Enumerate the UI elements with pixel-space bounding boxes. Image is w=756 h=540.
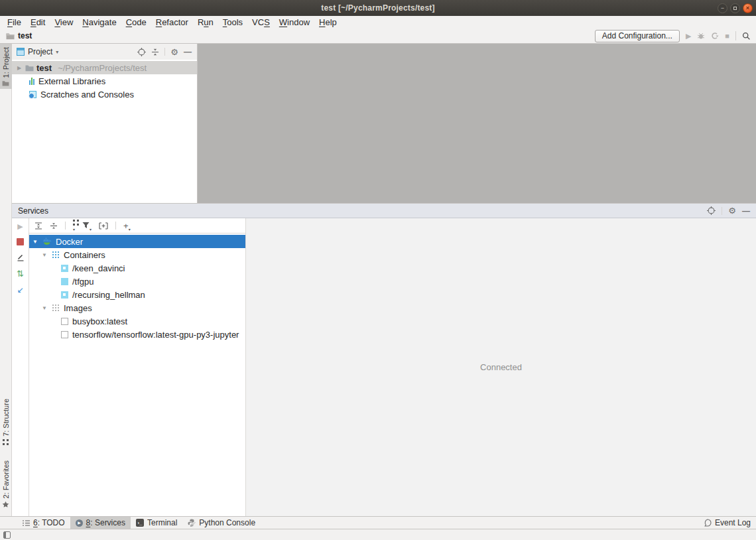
gear-icon[interactable]: ⚙ — [170, 48, 178, 56]
chevron-right-icon[interactable]: ▶ — [16, 65, 23, 71]
search-everywhere-icon[interactable] — [742, 32, 751, 40]
tool-button-favorites[interactable]: 2: Favorites — [0, 457, 12, 511]
filter-icon[interactable]: ▾ — [82, 220, 92, 232]
deploy-icon[interactable]: ⇅ — [17, 269, 24, 278]
close-button[interactable]: × — [743, 3, 753, 13]
chevron-down-icon[interactable]: ▼ — [41, 252, 48, 258]
tool-button-terminal[interactable]: ›_ Terminal — [131, 517, 182, 529]
external-libraries-node[interactable]: External Libraries — [12, 74, 197, 88]
tree-node-containers[interactable]: ▼ Containers — [29, 248, 245, 261]
menu-vcs[interactable]: VCS — [247, 17, 275, 27]
menu-tools[interactable]: Tools — [218, 17, 247, 27]
maximize-button[interactable] — [730, 3, 740, 13]
tree-node-image[interactable]: tensorflow/tensorflow:latest-gpu-py3-jup… — [29, 328, 245, 341]
add-configuration-button[interactable]: Add Configuration... — [595, 30, 680, 42]
tool-button-todo[interactable]: 6: TODO — [17, 517, 70, 529]
breadcrumb-project-name: test — [18, 31, 32, 40]
project-folder-icon — [25, 64, 34, 72]
docker-label: Docker — [56, 237, 83, 247]
main-area: 1: Project 7: Structure 2: Favorites — [0, 44, 756, 516]
services-icon: ▶ — [76, 519, 83, 527]
chevron-down-icon[interactable]: ▼ — [32, 239, 38, 245]
locate-file-icon[interactable] — [137, 48, 146, 56]
tool-button-python-console[interactable]: Python Console — [182, 517, 261, 529]
start-service-icon[interactable]: ▶ — [17, 223, 23, 230]
external-libraries-icon — [29, 78, 34, 85]
images-group-icon — [52, 304, 60, 312]
tool-button-project[interactable]: 1: Project — [0, 44, 12, 89]
tool-button-project-label: 1: Project — [2, 47, 10, 78]
navigation-breadcrumb[interactable]: test — [6, 31, 32, 40]
menu-refactor[interactable]: Refactor — [151, 17, 193, 27]
image-label: tensorflow/tensorflow:latest-gpu-py3-jup… — [72, 330, 239, 340]
tree-node-container[interactable]: /recursing_hellman — [29, 288, 245, 301]
tree-node-container[interactable]: /tfgpu — [29, 275, 245, 288]
image-icon — [61, 331, 68, 338]
services-left-toolbar: ▶ ⇅ ↙ — [12, 218, 29, 516]
tree-node-docker[interactable]: ▼ Docker — [29, 235, 245, 248]
menu-navigate[interactable]: Navigate — [78, 17, 121, 27]
services-panel-title[interactable]: Services — [18, 206, 48, 216]
edit-configuration-icon[interactable] — [17, 253, 25, 261]
maximize-icon — [733, 7, 737, 10]
tree-node-images[interactable]: ▼ Images — [29, 301, 245, 314]
header-divider — [722, 207, 722, 215]
stop-icon[interactable]: ■ — [725, 33, 729, 40]
menu-window[interactable]: Window — [275, 17, 314, 27]
group-by-icon[interactable]: ▾ — [73, 220, 75, 232]
debug-icon[interactable] — [697, 32, 705, 40]
add-service-icon[interactable]: +▾ — [123, 220, 131, 232]
favorites-star-icon — [2, 501, 9, 508]
stop-service-icon[interactable] — [17, 238, 24, 245]
minimize-button[interactable]: − — [718, 3, 727, 13]
locate-icon[interactable] — [707, 206, 716, 215]
todo-icon — [23, 520, 30, 526]
options-icon[interactable] — [99, 222, 108, 230]
scratches-node[interactable]: Scratches and Consoles — [12, 88, 197, 101]
tree-node-image[interactable]: busybox:latest — [29, 314, 245, 328]
image-label: busybox:latest — [72, 316, 127, 326]
status-bar — [0, 529, 756, 540]
toggle-toolwindows-icon[interactable] — [3, 531, 11, 539]
event-log-button[interactable]: Event Log — [704, 518, 751, 527]
services-detail-pane: Connected — [246, 218, 756, 516]
tool-button-favorites-label: 2: Favorites — [2, 460, 10, 498]
running-container-icon — [61, 291, 68, 299]
project-tool-window: Project ▾ ⚙ — ▶ — [12, 44, 198, 203]
external-libraries-label: External Libraries — [38, 76, 105, 86]
run-toolbar: Add Configuration... ▶ ■ — [595, 30, 751, 42]
collapse-all-icon[interactable] — [50, 222, 58, 230]
expand-all-icon[interactable] — [34, 222, 42, 230]
image-icon — [61, 318, 68, 325]
toolbar-divider — [735, 31, 736, 40]
run-icon[interactable]: ▶ — [686, 33, 691, 40]
menu-file[interactable]: File — [3, 17, 26, 27]
services-body: ▶ ⇅ ↙ ▾ ▾ — [12, 218, 756, 516]
menu-edit[interactable]: Edit — [26, 17, 50, 27]
menu-view[interactable]: View — [50, 17, 78, 27]
container-label: /keen_davinci — [72, 263, 125, 273]
tool-button-structure[interactable]: 7: Structure — [0, 395, 12, 448]
tool-button-structure-label: 7: Structure — [2, 399, 10, 437]
menu-help[interactable]: Help — [314, 17, 342, 27]
project-panel-title[interactable]: Project — [28, 47, 52, 56]
tool-button-services[interactable]: ▶ 8: Services — [70, 517, 131, 529]
gear-icon[interactable]: ⚙ — [728, 206, 736, 215]
tree-node-container[interactable]: /keen_davinci — [29, 261, 245, 275]
hide-panel-icon[interactable]: — — [742, 207, 750, 215]
left-tool-stripe: 1: Project 7: Structure 2: Favorites — [0, 44, 12, 516]
show-in-explorer-icon[interactable]: ↙ — [17, 286, 23, 294]
project-tree-root[interactable]: ▶ test ~/PycharmProjects/test — [12, 61, 197, 74]
editor-empty-area[interactable] — [198, 44, 756, 203]
toolbar: test Add Configuration... ▶ ■ — [0, 29, 756, 44]
docker-icon — [42, 237, 52, 245]
running-container-icon — [61, 265, 68, 272]
titlebar: test [~/PycharmProjects/test] − × — [0, 0, 756, 16]
chevron-down-icon[interactable]: ▼ — [41, 305, 48, 311]
menu-run[interactable]: Run — [193, 17, 218, 27]
collapse-all-icon[interactable] — [151, 48, 159, 56]
hide-panel-icon[interactable]: — — [184, 48, 192, 56]
services-tree: ▼ Docker ▼ Containers /ke — [29, 234, 245, 516]
menu-code[interactable]: Code — [121, 17, 151, 27]
coverage-icon[interactable] — [711, 32, 719, 40]
